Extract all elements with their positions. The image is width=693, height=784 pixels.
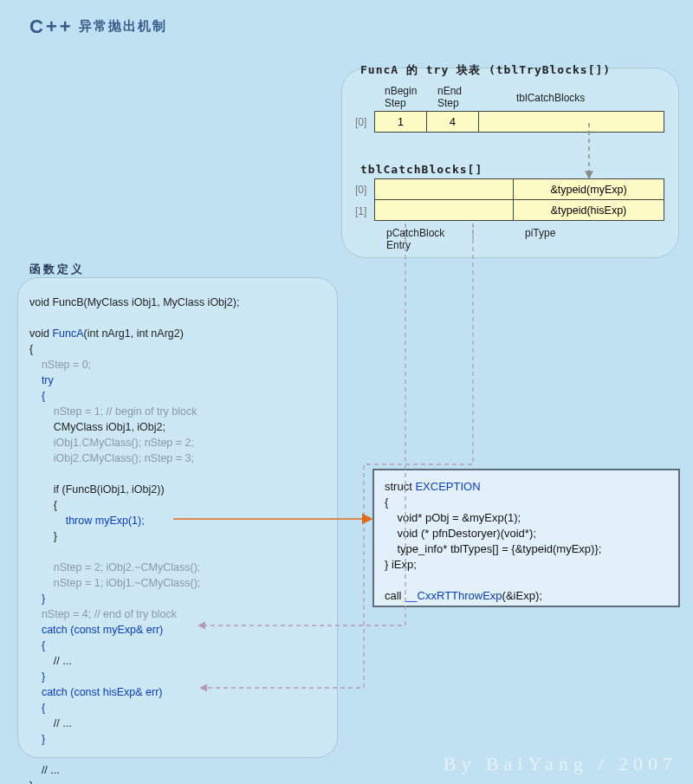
exception-box: struct EXCEPTION { void* pObj = &myExp(1… (372, 469, 680, 607)
catchtbl-idx0: [0] (355, 184, 366, 196)
footer-credit: By BaiYang / 2007 (444, 753, 677, 775)
trytbl-hdr3: tblCatchBlocks (516, 92, 585, 104)
table-row: 1 4 (375, 112, 664, 133)
trytbl: 1 4 (374, 111, 664, 133)
page-title: C++异常抛出机制 (29, 16, 167, 38)
trytbl-c2: 4 (427, 112, 479, 133)
trytbl-c3 (479, 112, 664, 133)
catch-table-title: tblCatchBlocks[] (360, 163, 483, 176)
catch-r1c1 (375, 200, 514, 221)
trytbl-c1: 1 (375, 112, 427, 133)
table-row: &typeid(hisExp) (375, 200, 664, 221)
catchtbl-idx1: [1] (355, 205, 366, 217)
catch-r1c2: &typeid(hisExp) (514, 200, 664, 221)
code-block: void FuncB(MyClass iObj1, MyClass iObj2)… (29, 295, 333, 784)
catch-r0c2: &typeid(myExp) (514, 179, 664, 200)
table-row: &typeid(myExp) (375, 179, 664, 200)
code-panel-label: 函数定义 (29, 262, 85, 277)
catchtbl: &typeid(myExp) &typeid(hisExp) (374, 178, 664, 221)
title-cpp: C++ (29, 16, 74, 37)
catch-r0c1 (375, 179, 514, 200)
trytbl-hdr2: nEnd Step (437, 85, 462, 109)
title-rest: 异常抛出机制 (79, 18, 167, 33)
catch-foot-left: pCatchBlock Entry (386, 227, 444, 251)
trytbl-idx0: [0] (355, 116, 366, 128)
trytbl-hdr1: nBegin Step (385, 85, 417, 109)
try-table-title: FuncA 的 try 块表 (tblTryBlocks[]) (360, 62, 611, 78)
catch-foot-right: piType (525, 227, 555, 239)
